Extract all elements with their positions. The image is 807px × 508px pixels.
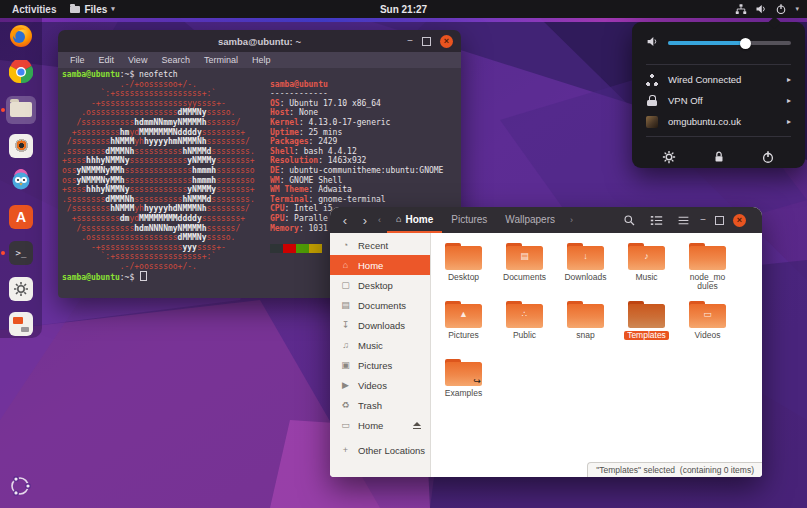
maximize-button[interactable] <box>422 37 431 46</box>
lock-screen-button[interactable] <box>712 150 726 164</box>
sidebar-item-home[interactable]: ⌂Home <box>330 255 430 275</box>
folder-emblem-icon: ▭ <box>689 309 726 319</box>
folder-emblem-icon: ▲ <box>445 309 482 319</box>
system-tray[interactable]: ▾ <box>735 3 807 15</box>
terminal-titlebar[interactable]: samba@ubuntu: ~ − × <box>58 30 461 52</box>
eject-button[interactable] <box>413 422 421 429</box>
terminal-menu-edit[interactable]: Edit <box>93 55 121 65</box>
path-scroll-left[interactable]: ‹ <box>378 215 381 225</box>
sidebar-item-downloads[interactable]: ↧Downloads <box>330 315 430 335</box>
path-tab-home[interactable]: ⌂Home <box>387 207 442 233</box>
menu-item-wired-connected[interactable]: Wired Connected▸ <box>632 69 805 90</box>
menu-item-vpn-off[interactable]: VPN Off▸ <box>632 90 805 111</box>
menu-item-omgubuntu-co-uk[interactable]: omgubuntu.co.uk▸ <box>632 111 805 132</box>
folder-grid: Desktop▤Documents↓Downloads♪Musicnode_mo… <box>431 233 762 416</box>
sidebar-item-recent[interactable]: ◔Recent <box>330 235 430 255</box>
folder-item-documents[interactable]: ▤Documents <box>494 242 555 300</box>
sidebar-item-pictures[interactable]: ▣Pictures <box>330 355 430 375</box>
neofetch-info-row: WM Theme: Adwaita <box>270 185 443 195</box>
volume-slider[interactable] <box>668 41 791 45</box>
drive-icon: ▭ <box>340 420 351 430</box>
menu-hamburger-icon[interactable] <box>673 214 694 227</box>
dock-files[interactable] <box>6 96 36 124</box>
terminal-menu-terminal[interactable]: Terminal <box>198 55 244 65</box>
folder-icon <box>70 6 80 13</box>
home-icon: ⌂ <box>396 214 401 224</box>
terminal-menu-search[interactable]: Search <box>155 55 196 65</box>
folder-item-templates[interactable]: Templates <box>616 300 677 358</box>
terminal-icon <box>9 241 33 265</box>
neofetch-info-row: DE: ubuntu-communitheme:ubuntu:GNOME <box>270 166 443 176</box>
files-sidebar: ◔Recent⌂Home▢Desktop▤Documents↧Downloads… <box>330 233 431 477</box>
dock-chat[interactable] <box>6 167 36 195</box>
minimize-button[interactable]: − <box>407 36 413 46</box>
settings-button[interactable] <box>662 150 676 164</box>
downloads-icon: ↧ <box>340 320 351 330</box>
folder-item-desktop[interactable]: Desktop <box>433 242 494 300</box>
folder-label: Videos <box>695 331 721 340</box>
folder-icon: ↓ <box>567 243 604 270</box>
dock-ubuntu-software[interactable] <box>6 203 36 231</box>
search-icon[interactable] <box>619 214 640 227</box>
path-tab-wallpapers[interactable]: Wallpapers <box>496 207 564 233</box>
running-indicator-dot <box>1 108 5 112</box>
clock[interactable]: Sun 21:27 <box>0 4 807 15</box>
neofetch-user-host: samba@ubuntu <box>270 80 443 90</box>
owl-chat-icon <box>9 167 33 195</box>
dock-settings[interactable] <box>6 275 36 303</box>
minimize-button[interactable]: − <box>700 215 706 225</box>
dock-chrome[interactable] <box>6 60 36 88</box>
files-window: ‹ › ‹ ⌂HomePicturesWallpapers › − × <box>330 207 762 477</box>
list-view-icon[interactable] <box>646 214 667 227</box>
folder-item-music[interactable]: ♪Music <box>616 242 677 300</box>
palette-block <box>270 244 283 253</box>
dock-rhythmbox[interactable] <box>6 132 36 160</box>
close-button[interactable]: × <box>440 35 453 48</box>
folder-label: Public <box>513 331 536 340</box>
app-menu-files[interactable]: Files ▾ <box>70 4 114 15</box>
terminal-menu-view[interactable]: View <box>122 55 153 65</box>
activities-button[interactable]: Activities <box>12 4 56 15</box>
sidebar-item-other-locations[interactable]: +Other Locations <box>330 440 430 460</box>
terminal-title: samba@ubuntu: ~ <box>58 36 461 47</box>
folder-item-pictures[interactable]: ▲Pictures <box>433 300 494 358</box>
sidebar-item-music[interactable]: ♫Music <box>330 335 430 355</box>
folder-icon: ▤ <box>506 243 543 270</box>
path-scroll-right[interactable]: › <box>570 215 573 225</box>
dock-colors-app[interactable] <box>6 310 36 338</box>
sidebar-item-home[interactable]: ▭Home <box>330 415 430 435</box>
terminal-cursor <box>140 271 147 281</box>
folder-item-downloads[interactable]: ↓Downloads <box>555 242 616 300</box>
folder-item-snap[interactable]: snap <box>555 300 616 358</box>
close-button[interactable]: × <box>733 214 746 227</box>
dock-terminal[interactable] <box>6 239 36 267</box>
power-button[interactable] <box>761 150 775 164</box>
folder-item-videos[interactable]: ▭Videos <box>677 300 738 358</box>
folder-item-examples[interactable]: ↪Examples <box>433 358 494 416</box>
back-button[interactable]: ‹ <box>338 213 352 228</box>
speaker-icon <box>646 34 659 52</box>
folder-item-node_modules[interactable]: node_modules <box>677 242 738 300</box>
neofetch-info-row: Packages: 2429 <box>270 137 443 147</box>
dock-firefox[interactable] <box>6 24 36 52</box>
firefox-icon <box>9 24 33 52</box>
files-content[interactable]: Desktop▤Documents↓Downloads♪Musicnode_mo… <box>431 233 762 477</box>
neofetch-info-row: Uptime: 25 mins <box>270 128 443 138</box>
sidebar-item-videos[interactable]: ▶Videos <box>330 375 430 395</box>
forward-button[interactable]: › <box>358 213 372 228</box>
folder-icon: ▭ <box>689 301 726 328</box>
music-icon: ♫ <box>340 340 351 350</box>
files-headerbar[interactable]: ‹ › ‹ ⌂HomePicturesWallpapers › − × <box>330 207 762 233</box>
sidebar-item-trash[interactable]: ♻Trash <box>330 395 430 415</box>
sidebar-item-desktop[interactable]: ▢Desktop <box>330 275 430 295</box>
volume-slider-knob[interactable] <box>740 38 751 49</box>
chevron-down-icon: ▾ <box>795 5 799 13</box>
path-tab-pictures[interactable]: Pictures <box>442 207 496 233</box>
folder-item-public[interactable]: ∴Public <box>494 300 555 358</box>
terminal-menu-help[interactable]: Help <box>246 55 277 65</box>
folder-emblem-icon: ∴ <box>506 309 543 319</box>
terminal-menu-file[interactable]: File <box>64 55 91 65</box>
folder-icon <box>567 301 604 328</box>
maximize-button[interactable] <box>715 216 724 225</box>
sidebar-item-documents[interactable]: ▤Documents <box>330 295 430 315</box>
